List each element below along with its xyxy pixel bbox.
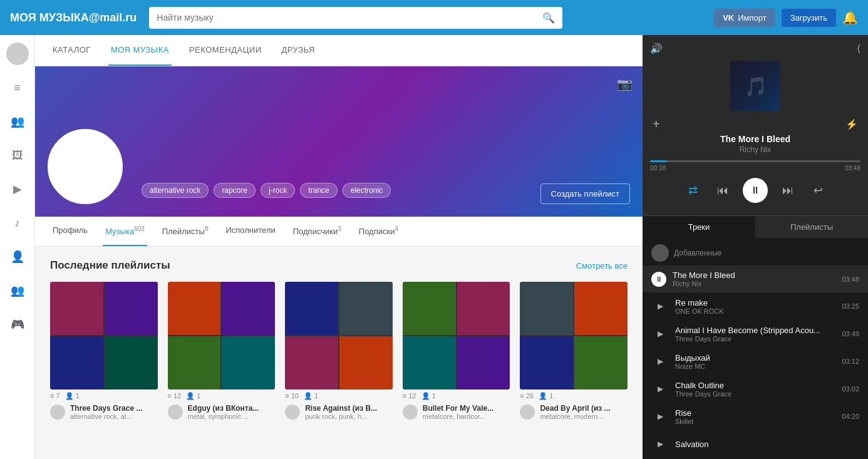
playlist-user-avatar bbox=[50, 405, 65, 420]
play-pause-button[interactable]: ⏸ bbox=[743, 178, 768, 203]
users-icon: 👥 bbox=[11, 115, 24, 128]
prev-button[interactable]: ⏮ bbox=[713, 180, 733, 200]
profile-avatar bbox=[48, 129, 123, 204]
playlist-name: Edguy (из ВКонта... bbox=[188, 404, 259, 413]
playlist-card[interactable]: ≡ 12👤 1Bullet For My Vale...metalcore, h… bbox=[403, 282, 510, 420]
playlist-card[interactable]: ≡ 10👤 1Rise Against (из В...punk rock, p… bbox=[285, 282, 393, 420]
search-button[interactable]: 🔍 bbox=[535, 7, 562, 29]
track-item[interactable]: ▶Chalk OutlineThree Days Grace03:02 bbox=[643, 375, 868, 403]
profile-tab-subscriptions[interactable]: Подписки4 bbox=[356, 217, 401, 246]
tab-recommendations[interactable]: РЕКОМЕНДАЦИИ bbox=[187, 35, 264, 66]
see-all-link[interactable]: Смотреть все bbox=[576, 261, 628, 271]
track-info: RiseSkillet bbox=[675, 408, 835, 425]
track-item[interactable]: ▶Animal I Have Become (Stripped Acou...T… bbox=[643, 320, 868, 348]
user-avatar[interactable] bbox=[6, 43, 29, 65]
track-item[interactable]: ▶RiseSkillet04:20 bbox=[643, 403, 868, 430]
camera-button[interactable]: 📷 bbox=[617, 76, 633, 91]
tag-trance[interactable]: trance bbox=[300, 183, 337, 198]
community-icon: 👥 bbox=[11, 284, 24, 297]
tag-alternative-rock[interactable]: alternative rock bbox=[142, 183, 209, 198]
tab-friends[interactable]: ДРУЗЬЯ bbox=[279, 35, 318, 66]
playlist-thumb bbox=[285, 282, 393, 389]
profile-tab-playlists[interactable]: Плейлисты8 bbox=[160, 217, 211, 246]
thumb-cell bbox=[105, 282, 158, 335]
sidebar-item-image[interactable]: 🖼 bbox=[6, 144, 29, 167]
tab-catalog[interactable]: КАТАЛОГ bbox=[50, 35, 93, 66]
tab-tracks[interactable]: Треки bbox=[643, 216, 755, 238]
tab-my-music[interactable]: МОЯ МУЗЫКА bbox=[108, 35, 172, 66]
profile-tab-music[interactable]: Музыка603 bbox=[103, 217, 147, 246]
playlist-user-avatar bbox=[403, 405, 418, 420]
tab-playlists[interactable]: Плейлисты bbox=[755, 216, 868, 238]
lightning-button[interactable]: ⚡ bbox=[845, 118, 858, 130]
playlist-card[interactable]: ≡ 7👤 1Three Days Grace ...alternative ro… bbox=[50, 282, 158, 420]
progress-times: 00:18 03:48 bbox=[650, 165, 860, 172]
bell-icon[interactable]: 🔔 bbox=[842, 10, 858, 25]
group-icon: 👤 bbox=[11, 250, 24, 264]
image-icon: 🖼 bbox=[12, 149, 23, 162]
playlist-meta: ≡ 7👤 1 bbox=[50, 392, 158, 400]
search-input[interactable] bbox=[149, 8, 535, 28]
volume-icon[interactable]: 🔊 bbox=[650, 43, 663, 54]
tag-rapcore[interactable]: rapcore bbox=[214, 183, 256, 198]
sidebar-item-games[interactable]: 🎮 bbox=[6, 313, 29, 336]
sidebar-item-music[interactable]: ♪ bbox=[6, 212, 29, 234]
playlist-info: Rise Against (из В...punk rock, punk, h.… bbox=[285, 404, 393, 420]
music-icon: ♪ bbox=[14, 217, 20, 230]
playlist-genre: metal, symphonic ... bbox=[188, 413, 259, 420]
user-count-label: 👤 1 bbox=[421, 392, 436, 400]
thumb-cell bbox=[285, 282, 338, 335]
track-section-label: Добавленные bbox=[643, 238, 868, 266]
playlist-user-avatar bbox=[285, 405, 300, 420]
profile-tab-artists[interactable]: Исполнители bbox=[223, 217, 277, 246]
subscriptions-count: 4 bbox=[395, 225, 398, 232]
upload-button[interactable]: Загрузить bbox=[782, 9, 836, 27]
playlist-genre: metalcore, modern... bbox=[540, 413, 610, 420]
right-panel: 🔊 ⟨ + ⚡ The More I Bleed Richy Nix 00:18… bbox=[643, 35, 868, 459]
left-sidebar: ≡ 👥 🖼 ▶ ♪ 👤 👥 🎮 bbox=[0, 35, 35, 459]
games-icon: 🎮 bbox=[11, 317, 24, 331]
track-item[interactable]: ▶Salvation bbox=[643, 430, 868, 458]
tag-electronic[interactable]: electronic bbox=[343, 183, 391, 198]
progress-bar[interactable] bbox=[650, 160, 860, 162]
track-item[interactable]: ⏸The More I BleedRichy Nix03:48 bbox=[643, 266, 868, 292]
playlists-count: 8 bbox=[205, 225, 209, 232]
next-button[interactable]: ⏭ bbox=[778, 180, 798, 200]
profile-tab-subscribers[interactable]: Подписчики3 bbox=[291, 217, 344, 246]
add-to-library-button[interactable]: + bbox=[653, 117, 660, 132]
track-item[interactable]: ▶Re makeONE OK ROCK03:25 bbox=[643, 292, 868, 320]
playlist-card[interactable]: ≡ 26👤 1Dead By April (из ...metalcore, m… bbox=[520, 282, 628, 420]
shuffle-button[interactable]: ⇄ bbox=[683, 180, 703, 200]
user-count-label: 👤 1 bbox=[539, 392, 553, 400]
track-item[interactable]: ▶ВыдыхайNoize MC03:12 bbox=[643, 348, 868, 375]
playlist-card[interactable]: ≡ 12👤 1Edguy (из ВКонта...metal, symphon… bbox=[168, 282, 276, 420]
tag-j-rock[interactable]: j-rock bbox=[261, 183, 295, 198]
header-actions: VK Импорт Загрузить 🔔 bbox=[714, 9, 858, 27]
profile-tab-profile[interactable]: Профиль bbox=[50, 217, 90, 246]
sidebar-item-users[interactable]: 👥 bbox=[6, 110, 29, 133]
time-total: 03:48 bbox=[845, 165, 860, 172]
content-area: КАТАЛОГ МОЯ МУЗЫКА РЕКОМЕНДАЦИИ ДРУЗЬЯ a… bbox=[35, 35, 643, 459]
play-track-icon: ▶ bbox=[651, 297, 669, 315]
subscribers-count: 3 bbox=[338, 225, 341, 232]
create-playlist-button[interactable]: Создать плейлист bbox=[540, 183, 630, 204]
sidebar-item-menu[interactable]: ≡ bbox=[6, 76, 29, 99]
playlist-meta: ≡ 12👤 1 bbox=[168, 392, 276, 400]
sidebar-item-community[interactable]: 👥 bbox=[6, 279, 29, 302]
playlist-meta: ≡ 12👤 1 bbox=[403, 392, 510, 400]
share-icon[interactable]: ⟨ bbox=[857, 43, 860, 54]
repeat-button[interactable]: ↩ bbox=[808, 180, 828, 200]
sidebar-item-video[interactable]: ▶ bbox=[6, 178, 29, 200]
sidebar-item-group[interactable]: 👤 bbox=[6, 245, 29, 268]
player-art-inner bbox=[730, 61, 780, 111]
nav-tabs: КАТАЛОГ МОЯ МУЗЫКА РЕКОМЕНДАЦИИ ДРУЗЬЯ bbox=[35, 35, 643, 66]
player-area: 🔊 ⟨ + ⚡ The More I Bleed Richy Nix 00:18… bbox=[643, 35, 868, 215]
thumb-cell bbox=[50, 282, 103, 335]
track-name: Salvation bbox=[675, 440, 853, 449]
pause-track-icon: ⏸ bbox=[651, 272, 666, 287]
vk-import-button[interactable]: VK Импорт bbox=[714, 9, 775, 27]
track-name: Chalk Outline bbox=[675, 381, 835, 390]
playlist-name: Three Days Grace ... bbox=[70, 404, 142, 413]
playlist-thumb bbox=[50, 282, 158, 389]
playlist-grid: ≡ 7👤 1Three Days Grace ...alternative ro… bbox=[50, 282, 628, 420]
